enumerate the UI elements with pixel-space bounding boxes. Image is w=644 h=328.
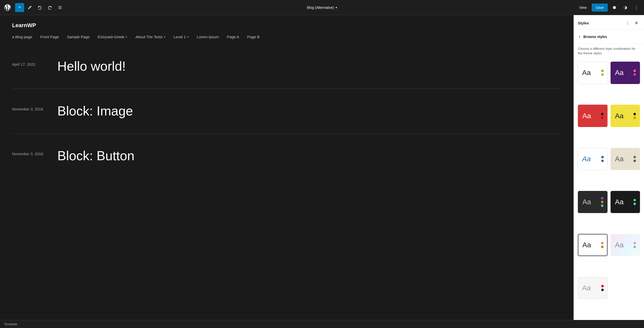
page-title-text: Blog (Alternative) [307,6,334,10]
undo-icon [37,5,42,10]
style-aa-text: Aa [615,241,624,249]
style-dots [601,113,603,119]
options-button[interactable]: ⋮ [632,3,641,12]
nav-item-greek-label: Ελληνικά-Greek [98,35,124,39]
dark-mode-button[interactable]: ◑ [621,3,630,12]
settings-button[interactable] [610,3,619,12]
dot [601,245,603,248]
chevron-down-icon: ∨ [125,35,127,38]
site-header: LearnWP a Blog page Front Page Sample Pa… [0,15,574,44]
nav-item-blog[interactable]: a Blog page [12,35,32,39]
style-card-red[interactable]: Aa [578,105,608,127]
styles-grid: Aa Aa Aa [574,59,644,320]
style-card-beige[interactable]: Aa [611,148,640,170]
save-button[interactable]: Save [592,4,608,12]
chevron-down-icon: ∨ [187,35,189,38]
toolbar-right: View Save ◑ ⋮ [576,3,641,12]
style-aa-text: Aa [582,69,591,77]
style-aa-text: Aa [615,155,624,163]
style-aa-text: Aa [615,198,624,206]
add-block-button[interactable]: + [15,3,24,12]
style-card-gradient[interactable]: Aa [611,234,640,256]
browse-styles-title: Browse styles [583,35,607,39]
style-card-blue-italic[interactable]: Aa [578,148,608,170]
nav-item-sample[interactable]: Sample Page [67,35,90,39]
tools-button[interactable] [25,3,34,12]
nav-item-front[interactable]: Front Page [40,35,59,39]
redo-button[interactable] [45,3,54,12]
panel-close-button[interactable]: ✕ [632,19,640,27]
dot [601,113,603,115]
style-aa-text: Aa [582,198,591,206]
nav-item-about[interactable]: About The Tests ∨ [135,35,166,39]
template-status: Template [4,322,17,326]
dot [601,289,604,291]
post-title-1[interactable]: Block: Image [57,104,133,118]
chevron-down-icon: ∨ [164,35,166,38]
post-title-2[interactable]: Block: Button [57,149,134,163]
blog-post-1: November 3, 2018 Block: Image [12,89,561,134]
nav-item-level1[interactable]: Level 1 ∨ [174,35,189,39]
dot [633,242,636,244]
style-card-yellow[interactable]: Aa [611,105,640,127]
style-card-dark-multi[interactable]: Aa [578,191,608,213]
dot [601,159,604,162]
style-dots [601,70,604,76]
dot [633,116,636,119]
dot [601,285,604,287]
style-dots [601,197,603,207]
post-title-0[interactable]: Hello world! [57,59,126,73]
nav-item-pageb[interactable]: Page B [247,35,260,39]
style-card-black[interactable]: Aa [611,191,640,213]
styles-panel: Styles ⋮ ✕ ‹ Browse styles Choose a diff… [574,15,644,320]
nav-item-pagea[interactable]: Page A [227,35,239,39]
nav-item-about-label: About The Tests [135,35,163,39]
pencil-icon [27,5,32,10]
canvas[interactable]: LearnWP a Blog page Front Page Sample Pa… [0,15,574,320]
dot [601,156,604,158]
redo-icon [48,5,52,10]
document-overview-button[interactable] [55,3,64,12]
dot [601,116,603,119]
post-date-2: November 3, 2018 [12,149,47,156]
style-card-default[interactable]: Aa [578,62,608,84]
panel-description: Choose a different style combination for… [574,44,644,59]
dot [633,73,636,76]
style-card-purple[interactable]: Aa [611,62,640,84]
main-area: LearnWP a Blog page Front Page Sample Pa… [0,15,644,320]
view-button[interactable]: View [576,4,590,11]
style-dots [633,156,636,162]
style-card-light[interactable]: Aa [578,277,608,299]
nav-item-greek[interactable]: Ελληνικά-Greek ∨ [98,35,127,39]
style-dots [633,113,636,119]
site-nav: a Blog page Front Page Sample Page Ελλην… [12,35,561,39]
dot [633,113,636,115]
undo-button[interactable] [35,3,44,12]
back-button[interactable]: ‹ [578,33,581,40]
blog-post-2: November 3, 2018 Block: Button [12,134,561,178]
dot [601,73,604,76]
wordpress-icon [4,4,12,12]
style-aa-text: Aa [582,155,591,163]
style-card-bordered[interactable]: Aa [578,234,608,256]
panel-title: Styles [578,21,589,25]
style-dots [601,242,603,248]
style-dots [601,156,604,162]
style-dots [633,199,636,205]
style-dots [633,242,636,248]
panel-more-button[interactable]: ⋮ [624,19,631,27]
post-date-1: November 3, 2018 [12,104,47,111]
wp-logo[interactable] [3,3,12,12]
dot [633,159,636,162]
dot [633,70,636,72]
nav-item-lorem[interactable]: Lorem Ipsum [197,35,219,39]
canvas-footer: Template [0,320,644,328]
dot [633,156,636,158]
style-aa-text: Aa [615,112,624,120]
gear-icon [612,5,617,10]
dot [601,204,603,207]
nav-item-level1-label: Level 1 [174,35,186,39]
toolbar-center: Blog (Alternative) ▾ [304,4,340,11]
page-title-button[interactable]: Blog (Alternative) ▾ [304,4,340,11]
style-dots [601,285,604,291]
